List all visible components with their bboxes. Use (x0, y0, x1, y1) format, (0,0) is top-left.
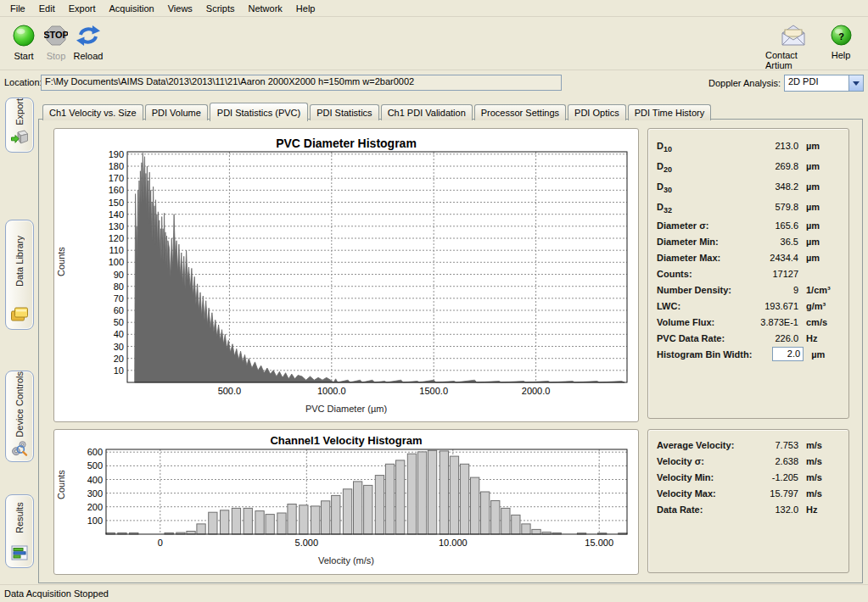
svg-text:160: 160 (109, 185, 124, 195)
svg-text:50: 50 (114, 317, 124, 327)
tab[interactable]: PDI Time History (628, 104, 712, 120)
help-label: Help (832, 50, 851, 60)
diameter-statistics-panel: D10 213.0 µm D20 269.8 µm D30 348.2 µm D… (647, 128, 849, 419)
stat-label: Velocity Min: (657, 472, 746, 482)
svg-text:600: 600 (87, 447, 103, 457)
sidebar-button-icon (9, 543, 30, 563)
svg-text:70: 70 (114, 293, 124, 304)
stat-value: 269.8 (746, 161, 798, 171)
stat-unit: m/s (798, 456, 840, 466)
stat-value: 348.2 (746, 181, 798, 192)
stat-label: D20 (657, 161, 746, 171)
tab-bar: Ch1 Velocity vs. SizePDI VolumePDI Stati… (42, 101, 713, 120)
sidebar-button[interactable]: Export (5, 98, 34, 153)
stat-value: -1.205 (746, 472, 798, 482)
stat-label: Velocity Max: (657, 488, 746, 499)
svg-text:130: 130 (109, 221, 124, 231)
stat-unit: µm (798, 141, 840, 151)
stat-label: D32 (657, 202, 746, 212)
status-text: Data Acquisition Stopped (4, 588, 109, 599)
svg-text:40: 40 (114, 329, 124, 339)
stat-row: D20 269.8 µm (657, 156, 840, 176)
contact-artium-button[interactable]: Contact Artium (765, 24, 821, 70)
menu-items: FileEditExportAcquisitionViewsScriptsNet… (3, 2, 322, 15)
svg-text:1000.0: 1000.0 (317, 386, 346, 396)
histogram-bin-width-input[interactable]: 2.0 (772, 347, 804, 361)
svg-text:15.000: 15.000 (585, 538, 613, 548)
menu-item[interactable]: Network (241, 2, 288, 15)
sidebar-button-label: Data Library (14, 220, 25, 303)
svg-text:2000.0: 2000.0 (522, 386, 551, 396)
svg-text:150: 150 (109, 198, 124, 208)
svg-text:500: 500 (87, 460, 103, 471)
sidebar-button[interactable]: Data Library (5, 220, 34, 330)
stat-row: Average Velocity: 7.753 m/s (657, 437, 840, 453)
stat-unit: m/s (798, 440, 840, 450)
chart-title: PVC Diameter Histogram (54, 137, 638, 150)
menu-item[interactable]: Acquisition (103, 2, 161, 15)
status-bar: Data Acquisition Stopped (0, 584, 868, 602)
stat-unit: µm (798, 220, 840, 231)
tab[interactable]: PDI Volume (145, 104, 208, 120)
stat-label: Velocity σ: (657, 456, 746, 466)
contact-artium-label: Contact Artium (765, 50, 821, 70)
sidebar-button[interactable]: Device Controls (5, 371, 34, 462)
stat-label: Average Velocity: (657, 440, 746, 450)
location-row: Location: F:\My Documents\AIMS Data\2013… (0, 70, 868, 95)
tab[interactable]: PDI Statistics (310, 104, 378, 120)
svg-text:100: 100 (87, 516, 103, 526)
stat-row: Volume Flux: 3.873E-1 cm/s (657, 314, 840, 330)
y-axis-label: Counts (56, 482, 66, 499)
stat-label: Diameter Max: (657, 253, 746, 263)
stat-label: LWC: (657, 301, 746, 311)
stat-row: PVC Data Rate: 226.0 Hz (657, 330, 840, 346)
sidebar-button-label: Device Controls (14, 371, 25, 438)
svg-text:1500.0: 1500.0 (419, 386, 448, 396)
start-label: Start (14, 51, 33, 61)
tab-page: 1020304050607080901001101201301401501601… (38, 119, 863, 583)
menu-item[interactable]: File (3, 2, 32, 15)
menu-item[interactable]: Scripts (199, 2, 242, 15)
help-icon: ? (830, 24, 853, 47)
stat-value: 132.0 (746, 504, 798, 515)
velocity-statistics-panel: Average Velocity: 7.753 m/s Velocity σ: … (647, 429, 849, 573)
x-axis-label: Velocity (m/s) (54, 555, 638, 566)
svg-text:0: 0 (158, 538, 163, 548)
tab[interactable]: PDI Statistics (PVC) (210, 103, 308, 121)
stat-row: LWC: 193.671 g/m³ (657, 298, 840, 314)
stat-label: Data Rate: (657, 504, 746, 515)
tab[interactable]: Ch1 PDI Validation (381, 104, 473, 120)
sidebar-button[interactable]: Results (5, 494, 34, 568)
stat-row: Histogram Bin Width: 2.0 µm (657, 346, 840, 362)
velocity-histogram-plot: 10020030040050060005.00010.00015.000 (54, 430, 638, 574)
stop-icon: STOP (44, 24, 68, 47)
menu-item[interactable]: Views (161, 2, 199, 15)
svg-text:180: 180 (109, 161, 124, 171)
menu-item[interactable]: Edit (32, 2, 62, 15)
tab[interactable]: PDI Optics (568, 104, 626, 120)
menu-item[interactable]: Help (289, 2, 322, 15)
menu-item[interactable]: Export (62, 2, 103, 15)
sidebar-button-icon (9, 127, 30, 148)
chart-title: Channel1 Velocity Histogram (54, 434, 638, 447)
svg-text:STOP: STOP (44, 30, 68, 40)
location-field[interactable]: F:\My Documents\AIMS Data\2013\2013\11\2… (41, 75, 562, 91)
stat-value: 7.753 (746, 440, 798, 450)
svg-text:?: ? (838, 31, 844, 42)
doppler-analysis-select[interactable]: 2D PDI (784, 75, 864, 92)
stat-row: Velocity σ: 2.638 m/s (657, 453, 840, 469)
chevron-down-icon (853, 81, 860, 86)
tab[interactable]: Ch1 Velocity vs. Size (42, 104, 143, 120)
doppler-analysis-value: 2D PDI (788, 76, 818, 86)
stat-row: D10 213.0 µm (657, 136, 840, 156)
svg-text:110: 110 (109, 245, 124, 255)
stat-unit: µm (804, 349, 840, 360)
stat-row: Velocity Max: 15.797 m/s (657, 485, 840, 501)
stat-value: 226.0 (746, 333, 798, 343)
stat-label: PVC Data Rate: (657, 333, 746, 343)
dropdown-button[interactable] (848, 75, 863, 91)
reload-button[interactable]: Reload (66, 24, 110, 61)
stat-unit: µm (798, 237, 840, 247)
help-button[interactable]: ? Help (821, 24, 860, 60)
tab[interactable]: Processor Settings (474, 104, 566, 120)
